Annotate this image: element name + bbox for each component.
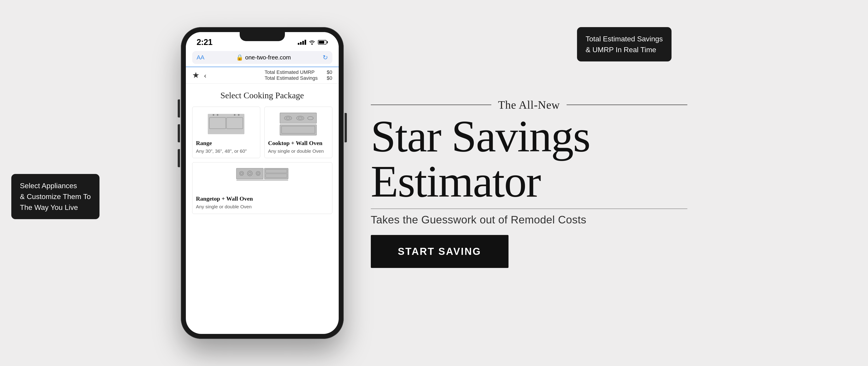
svg-point-5 (213, 114, 214, 116)
svg-rect-29 (266, 174, 287, 178)
svg-rect-30 (236, 179, 288, 181)
phone-screen: 2:21 (186, 32, 339, 334)
headline-line-right (567, 105, 687, 105)
total-umrp-label: Total Estimated UMRP (265, 69, 314, 75)
range-desc: Any 30", 36", 48", or 60" (196, 148, 256, 154)
cooktop-image (268, 110, 329, 138)
browser-bar: AA 🔒 one-two-free.com ↻ (186, 49, 339, 67)
tagline: Takes the Guesswork out of Remodel Costs (371, 213, 687, 226)
main-headline-line1: Star Savings (371, 114, 687, 159)
svg-point-8 (238, 114, 240, 116)
svg-point-0 (311, 43, 313, 45)
wifi-icon (309, 40, 315, 45)
nav-totals: Total Estimated UMRP $0 Total Estimated … (265, 69, 332, 81)
svg-rect-18 (281, 134, 316, 135)
rangetop-desc: Any single or double Oven (196, 204, 329, 210)
svg-rect-3 (226, 118, 243, 129)
total-savings-value: $0 (327, 75, 332, 81)
appliance-card-range[interactable]: Range Any 30", 36", 48", or 60" (192, 107, 260, 158)
phone-notch (240, 32, 285, 41)
page: Select Appliances & Customize Them To Th… (0, 0, 868, 366)
right-panel: The All-New Star Savings Estimator Takes… (371, 98, 687, 268)
rangetop-title: Rangetop + Wall Oven (196, 195, 329, 202)
appliance-card-rangetop[interactable]: Rangetop + Wall Oven Any single or doubl… (192, 162, 332, 214)
rangetop-image (196, 166, 329, 193)
url-text: one-two-free.com (245, 54, 291, 61)
signal-bars-icon (298, 40, 306, 45)
top-right-tooltip-badge: Total Estimated Savings & UMRP In Real T… (577, 27, 672, 62)
phone-mockup: 2:21 (181, 27, 344, 339)
top-right-tooltip-line2: & UMRP In Real Time (586, 44, 663, 55)
back-icon[interactable]: ‹ (204, 70, 207, 80)
app-content: Select Cooking Package (186, 84, 339, 334)
svg-point-7 (234, 114, 236, 116)
lock-icon: 🔒 (236, 54, 243, 61)
nav-row: ★ ‹ Total Estimated UMRP $0 Total Estima… (186, 67, 339, 84)
total-umrp-value: $0 (327, 69, 332, 75)
left-tooltip-line3: The Way You Live (20, 202, 91, 213)
appliance-grid: Range Any 30", 36", 48", or 60" (192, 107, 332, 214)
headline-divider (371, 208, 687, 209)
left-tooltip-line1: Select Appliances (20, 180, 91, 191)
app-heading: Select Cooking Package (192, 90, 332, 100)
top-right-tooltip-line1: Total Estimated Savings (586, 33, 663, 44)
start-saving-button[interactable]: START SAVING (371, 235, 508, 268)
headline-row: The All-New (371, 98, 687, 111)
cooktop-title: Cooktop + Wall Oven (268, 140, 329, 146)
sub-headline: The All-New (498, 98, 560, 111)
url-display: 🔒 one-two-free.com (236, 54, 291, 61)
main-headline-line2: Estimator (371, 159, 687, 204)
phone-frame: 2:21 (181, 27, 344, 339)
status-time: 2:21 (197, 37, 213, 47)
aa-label[interactable]: AA (197, 54, 205, 61)
svg-rect-2 (209, 118, 226, 129)
svg-rect-9 (209, 131, 244, 134)
status-icons (298, 40, 328, 45)
address-bar[interactable]: AA 🔒 one-two-free.com ↻ (192, 51, 332, 64)
svg-point-6 (217, 114, 218, 116)
bookmark-icon[interactable]: ★ (192, 70, 199, 80)
range-title: Range (196, 140, 256, 146)
svg-rect-17 (281, 126, 315, 133)
range-image (196, 110, 256, 138)
refresh-icon[interactable]: ↻ (323, 54, 328, 61)
svg-rect-20 (238, 169, 262, 178)
left-tooltip-line2: & Customize Them To (20, 191, 91, 202)
cooktop-desc: Any single or double Oven (268, 148, 329, 154)
total-savings-label: Total Estimated Savings (265, 75, 318, 81)
battery-icon (318, 40, 328, 44)
svg-rect-28 (266, 169, 287, 173)
left-tooltip-badge: Select Appliances & Customize Them To Th… (11, 174, 99, 219)
headline-group: The All-New Star Savings Estimator Takes… (371, 98, 687, 226)
appliance-card-cooktop[interactable]: Cooktop + Wall Oven Any single or double… (264, 107, 332, 158)
headline-line-left (371, 105, 491, 105)
